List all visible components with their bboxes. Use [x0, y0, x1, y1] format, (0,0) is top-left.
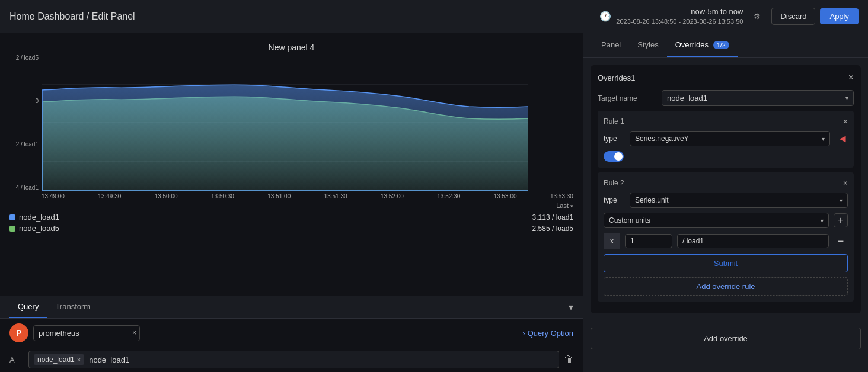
- rule1-section: Rule 1 × type Series.negativeY ▾ ◄: [598, 111, 854, 168]
- rule2-section: Rule 2 × type Series.unit ▾ Custom units…: [598, 172, 854, 302]
- rule1-type-chevron: ▾: [822, 136, 825, 142]
- x-label-9: 13:53:30: [550, 193, 573, 200]
- query-tag-clear[interactable]: ×: [77, 356, 81, 363]
- time-label: now-5m to now: [691, 7, 743, 17]
- y-label-1: 0: [35, 98, 39, 104]
- query-a-row: A node_load1 × node_load1 🗑: [0, 347, 583, 372]
- time-range: 2023-08-26 13:48:50 - 2023-08-26 13:53:5…: [616, 17, 743, 26]
- chart-container: New panel 4 2 / load5 0 -2 / load1 -4 / …: [0, 33, 583, 296]
- datasource-clear-icon[interactable]: ×: [132, 329, 136, 337]
- query-a-label: A: [9, 355, 24, 364]
- panel-tabs: Panel Styles Overrides 1/2: [583, 33, 868, 58]
- x-label-1: 13:49:30: [98, 193, 121, 200]
- rule2-title: Rule 2: [604, 179, 624, 187]
- query-tag-node-load1: node_load1 ×: [34, 354, 84, 365]
- target-name-chevron: ▾: [845, 95, 848, 101]
- submit-button[interactable]: Submit: [604, 254, 848, 272]
- tab-overrides[interactable]: Overrides 1/2: [667, 33, 738, 57]
- overrides1-section: Overrides1 × Target name node_load1 ▾ Ru…: [591, 65, 861, 313]
- custom-units-chevron: ▾: [821, 217, 824, 224]
- query-option-chevron: ›: [522, 329, 525, 338]
- custom-units-label: Custom units: [609, 216, 650, 225]
- tab-query[interactable]: Query: [9, 296, 47, 318]
- query-field-wrapper: node_load1 × node_load1: [28, 351, 559, 368]
- target-name-select[interactable]: node_load1 ▾: [662, 90, 854, 106]
- remove-unit-icon[interactable]: −: [834, 234, 848, 248]
- tab-styles[interactable]: Styles: [629, 33, 666, 57]
- rule2-close-icon[interactable]: ×: [843, 178, 848, 188]
- x-label-2: 13:50:00: [155, 193, 178, 200]
- toggle-knob: [614, 152, 623, 161]
- prometheus-icon-letter: P: [16, 328, 21, 338]
- chart-title: New panel 4: [0, 38, 583, 54]
- query-option-button[interactable]: › Query Option: [522, 329, 573, 338]
- add-override-button[interactable]: Add override: [591, 328, 861, 349]
- legend-color-0: [9, 214, 15, 220]
- datasource-wrapper: ×: [33, 325, 140, 341]
- tab-transform[interactable]: Transform: [47, 296, 98, 318]
- rule2-type-chevron: ▾: [840, 197, 843, 204]
- target-name-row: Target name node_load1 ▾: [598, 90, 854, 106]
- legend-item-1: node_load5 2.585 / load5: [9, 223, 573, 234]
- add-override-rule-button[interactable]: Add override rule: [604, 277, 848, 296]
- rule1-toggle[interactable]: [604, 151, 624, 162]
- target-name-value: node_load1: [667, 94, 707, 102]
- rule2-type-select[interactable]: Series.unit ▾: [630, 193, 848, 208]
- x-label-6: 13:52:00: [381, 193, 404, 200]
- breadcrumb: Home Dashboard / Edit Panel: [9, 11, 135, 22]
- tab-overrides-label: Overrides: [675, 40, 709, 49]
- x-label-5: 13:51:30: [324, 193, 347, 200]
- override-close-icon[interactable]: ×: [848, 72, 854, 83]
- y-label-2: -2 / load1: [14, 141, 39, 147]
- rule2-type-label: type: [604, 196, 625, 204]
- override-header: Overrides1 ×: [598, 72, 854, 83]
- add-icon-symbol: +: [838, 215, 843, 226]
- legend-label-1: node_load5: [19, 224, 59, 233]
- unit-x-button[interactable]: x: [604, 233, 620, 249]
- add-unit-icon[interactable]: +: [834, 213, 848, 227]
- expand-icon[interactable]: ▾: [569, 302, 573, 313]
- datasource-row: P × › Query Option: [0, 318, 583, 347]
- query-field-text[interactable]: node_load1: [89, 355, 554, 364]
- prometheus-icon: P: [9, 323, 28, 342]
- unit-value-input[interactable]: [625, 234, 672, 248]
- query-tag-label: node_load1: [37, 355, 75, 364]
- tab-overrides-badge: 1/2: [713, 41, 729, 49]
- x-axis-labels: 13:49:00 13:49:30 13:50:00 13:50:30 13:5…: [42, 193, 573, 200]
- chart-panel: New panel 4 2 / load5 0 -2 / load1 -4 / …: [0, 33, 583, 372]
- x-label-0: 13:49:00: [42, 193, 65, 200]
- query-option-label: Query Option: [528, 329, 573, 338]
- main-layout: New panel 4 2 / load5 0 -2 / load1 -4 / …: [0, 33, 868, 372]
- legend-header: Last: [556, 202, 569, 209]
- custom-units-select[interactable]: Custom units ▾: [604, 213, 829, 228]
- target-name-label: Target name: [598, 94, 657, 102]
- apply-button[interactable]: Apply: [820, 8, 859, 24]
- unit-input-row: x −: [604, 233, 848, 249]
- time-text: now-5m to now 2023-08-26 13:48:50 - 2023…: [616, 7, 743, 27]
- rule1-close-icon[interactable]: ×: [843, 117, 848, 126]
- time-section: 🕐 now-5m to now 2023-08-26 13:48:50 - 20…: [599, 7, 859, 27]
- unit-suffix-input[interactable]: [677, 234, 829, 248]
- arrow-indicator: ◄: [837, 133, 848, 145]
- rule1-title: Rule 1: [604, 117, 624, 126]
- legend-item-0: node_load1 3.113 / load1: [9, 211, 573, 223]
- tab-panel[interactable]: Panel: [593, 33, 629, 57]
- rule1-header: Rule 1 ×: [604, 117, 848, 126]
- x-label-4: 13:51:00: [267, 193, 291, 200]
- y-label-0: 2 / load5: [16, 54, 39, 61]
- minus-symbol: −: [838, 235, 844, 248]
- datasource-input[interactable]: [33, 325, 140, 341]
- legend-value-0: 3.113 / load1: [532, 213, 573, 222]
- legend-label-0: node_load1: [19, 213, 59, 222]
- rule1-type-row: type Series.negativeY ▾ ◄: [604, 131, 848, 146]
- right-panel: Panel Styles Overrides 1/2 Overrides1 × …: [583, 33, 868, 372]
- x-label-7: 13:52:30: [437, 193, 460, 200]
- settings-icon[interactable]: ⚙: [748, 7, 767, 25]
- chart-legend: Last ▾ node_load1 3.113 / load1 node_loa…: [0, 200, 583, 239]
- clock-icon: 🕐: [599, 11, 611, 22]
- query-delete-icon[interactable]: 🗑: [564, 354, 573, 365]
- rule2-type-row: type Series.unit ▾: [604, 193, 848, 208]
- discard-button[interactable]: Discard: [771, 8, 815, 25]
- rule1-type-select[interactable]: Series.negativeY ▾: [630, 131, 830, 146]
- y-label-3: -4 / load1: [14, 184, 39, 191]
